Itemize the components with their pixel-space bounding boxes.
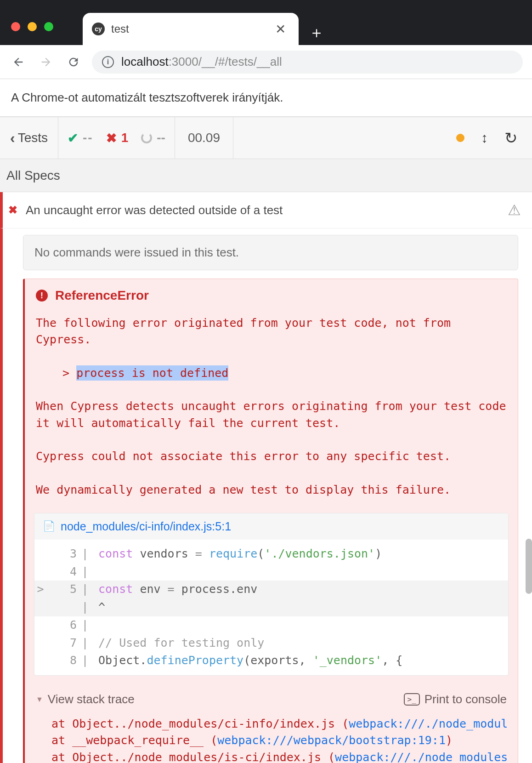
test-row[interactable]: ✖ An uncaught error was detected outside… [0, 192, 532, 228]
tests-back-button[interactable]: ‹ Tests [0, 117, 58, 159]
code-line: 4| [34, 563, 508, 581]
browser-tab[interactable]: cy test ✕ [83, 13, 299, 45]
pending-stat: -- [141, 131, 165, 145]
reload-icon [67, 56, 80, 68]
code-lines: 3| const vendors = require('./vendors.js… [34, 540, 508, 675]
automation-banner-text: A Chrome-ot automatizált tesztszoftverek… [11, 91, 283, 105]
warning-icon: ⚠ [508, 201, 521, 219]
code-line: 6| [34, 616, 508, 634]
reload-button[interactable] [64, 53, 83, 71]
error-message-body: The following error originated from your… [25, 312, 518, 509]
cypress-favicon-icon: cy [92, 23, 105, 35]
test-body: No commands were issued in this test. ! … [0, 228, 532, 763]
site-info-icon[interactable]: i [102, 56, 114, 68]
window-controls [11, 22, 53, 31]
code-line-caret: | ^ [34, 598, 508, 616]
rerun-button[interactable]: ↻ [504, 129, 517, 147]
new-tab-button[interactable]: ＋ [299, 20, 334, 45]
code-line: 3| const vendors = require('./vendors.js… [34, 545, 508, 563]
arrow-left-icon [12, 56, 25, 68]
file-icon: 📄 [43, 520, 55, 532]
stack-line: at __webpack_require__ (webpack:///webpa… [51, 732, 507, 749]
fail-icon: ✖ [8, 204, 17, 216]
duration: 00.09 [175, 117, 233, 159]
check-icon: ✔ [68, 131, 78, 146]
specs-title: All Specs [6, 168, 60, 183]
tests-label: Tests [18, 131, 48, 145]
code-line: 7| // Used for testing only [34, 634, 508, 652]
back-button[interactable] [9, 53, 28, 71]
no-commands-text: No commands were issued in this test. [34, 245, 239, 259]
browser-chrome-top: cy test ✕ ＋ [0, 0, 532, 45]
error-panel: ! ReferenceError The following error ori… [23, 279, 518, 763]
forward-button[interactable] [37, 53, 55, 71]
omnibox[interactable]: i localhost:3000/__/#/tests/__all [92, 51, 523, 74]
url-text: localhost:3000/__/#/tests/__all [121, 55, 282, 69]
cypress-header: ‹ Tests ✔ -- ✖ 1 -- 00.09 ↕ ↻ [0, 117, 532, 159]
stack-trace-header: ▼ View stack trace >_ Print to console [25, 685, 518, 711]
close-window-button[interactable] [11, 22, 20, 31]
stack-trace-label: View stack trace [48, 692, 135, 706]
print-to-console-label: Print to console [424, 692, 507, 706]
tab-bar: cy test ✕ ＋ [83, 9, 334, 45]
spinner-icon [141, 132, 152, 143]
automation-banner: A Chrome-ot automatizált tesztszoftverek… [0, 79, 532, 117]
error-type: ReferenceError [55, 288, 149, 303]
tab-title: test [111, 23, 265, 35]
scrollbar-thumb[interactable] [526, 539, 532, 594]
test-stats: ✔ -- ✖ 1 -- [58, 117, 175, 159]
minimize-window-button[interactable] [28, 22, 37, 31]
specs-title-row[interactable]: All Specs [0, 159, 532, 192]
error-highlight: process is not defined [76, 365, 228, 381]
code-frame: 📄 node_modules/ci-info/index.js:5:1 3| c… [34, 513, 509, 676]
no-commands-box: No commands were issued in this test. [23, 235, 518, 270]
stack-trace-toggle[interactable]: ▼ View stack trace [36, 692, 135, 706]
pending-count: -- [157, 131, 165, 145]
code-frame-header: 📄 node_modules/ci-info/index.js:5:1 [34, 513, 508, 540]
passed-stat: ✔ -- [68, 131, 93, 146]
code-line-highlighted: >5| const env = process.env [34, 581, 508, 598]
failed-stat: ✖ 1 [106, 131, 129, 146]
error-bang-icon: ! [36, 290, 48, 302]
address-bar-row: i localhost:3000/__/#/tests/__all [0, 45, 532, 79]
test-title: An uncaught error was detected outside o… [26, 203, 499, 217]
stack-line: at Object../node_modules/ci-info/index.j… [51, 716, 507, 732]
error-header: ! ReferenceError [25, 279, 518, 312]
terminal-icon: >_ [404, 693, 420, 706]
code-frame-file-link[interactable]: node_modules/ci-info/index.js:5:1 [61, 520, 231, 533]
viewport-scale-button[interactable]: ↕ [481, 130, 488, 146]
arrow-right-icon [40, 56, 52, 68]
tab-close-button[interactable]: ✕ [272, 20, 289, 39]
passed-count: -- [83, 131, 93, 145]
stack-line: at Object../node_modules/is-ci/index.js … [51, 749, 507, 763]
triangle-down-icon: ▼ [36, 695, 43, 704]
header-right-controls: ↕ ↻ [441, 117, 532, 159]
failed-count: 1 [121, 131, 129, 145]
chevron-left-icon: ‹ [10, 130, 15, 147]
status-indicator-icon [456, 134, 464, 142]
duration-value: 00.09 [188, 131, 220, 145]
stack-trace-body: at Object../node_modules/ci-info/index.j… [25, 711, 518, 763]
x-icon: ✖ [106, 131, 117, 146]
print-to-console-button[interactable]: >_ Print to console [404, 692, 507, 706]
code-line: 8| Object.defineProperty(exports, '_vend… [34, 652, 508, 670]
maximize-window-button[interactable] [44, 22, 53, 31]
